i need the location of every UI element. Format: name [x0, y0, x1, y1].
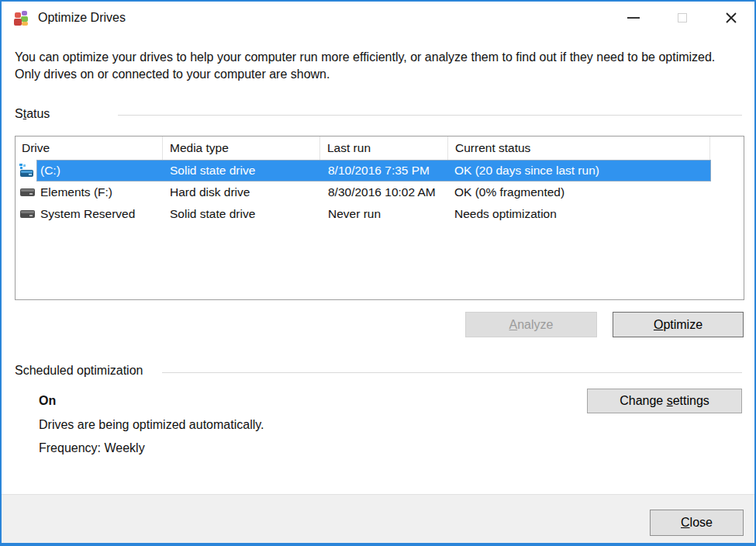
titlebar: Optimize Drives — [2, 2, 754, 36]
minimize-button[interactable] — [616, 2, 651, 34]
cell-current-status: Needs optimization — [448, 207, 710, 221]
analyze-button[interactable]: Analyze — [465, 312, 597, 337]
description-text: You can optimize your drives to help you… — [15, 49, 719, 82]
optimize-drives-dialog: Optimize Drives You can optimize your dr… — [0, 0, 756, 546]
hard-drive-icon — [16, 203, 37, 225]
close-window-button[interactable] — [713, 2, 749, 34]
column-header-drive[interactable]: Drive — [16, 136, 163, 160]
scheduled-description: Drives are being optimized automatically… — [39, 418, 264, 432]
column-header-current-status[interactable]: Current status — [448, 136, 710, 160]
drives-table-header: Drive Media type Last run Current status — [16, 136, 744, 160]
cell-media-type: Solid state drive — [163, 207, 320, 221]
cell-last-run: 8/10/2016 7:35 PM — [320, 164, 448, 178]
minimize-icon — [627, 17, 640, 19]
table-row-system-reserved[interactable]: System Reserved Solid state drive Never … — [16, 203, 744, 225]
scheduled-frequency: Frequency: Weekly — [39, 441, 145, 455]
table-row-elements-f[interactable]: Elements (F:) Hard disk drive 8/30/2016 … — [16, 181, 744, 203]
optimize-drive-icon — [16, 160, 37, 181]
window-title: Optimize Drives — [38, 11, 126, 25]
cell-last-run: 8/30/2016 10:02 AM — [320, 185, 448, 199]
cell-current-status: OK (20 days since last run) — [448, 164, 710, 178]
scheduled-separator — [162, 372, 742, 373]
close-button[interactable]: Close — [650, 510, 744, 536]
status-section-label: Status — [15, 107, 50, 121]
column-header-blank — [710, 136, 744, 160]
close-icon — [725, 12, 737, 24]
optimize-button[interactable]: Optimize — [613, 312, 744, 337]
cell-drive: Elements (F:) — [37, 185, 163, 199]
maximize-button — [665, 2, 700, 34]
cell-drive: System Reserved — [37, 207, 163, 221]
drives-table: Drive Media type Last run Current status… — [15, 136, 744, 300]
cell-current-status: OK (0% fragmented) — [448, 185, 710, 199]
column-header-last-run[interactable]: Last run — [320, 136, 448, 160]
table-row-drive-c[interactable]: (C:) Solid state drive 8/10/2016 7:35 PM… — [16, 160, 744, 181]
cell-media-type: Hard disk drive — [163, 185, 320, 199]
status-separator — [118, 115, 742, 116]
cell-media-type: Solid state drive — [163, 164, 320, 178]
scheduled-optimization-label: Scheduled optimization — [15, 364, 143, 378]
change-settings-button[interactable]: Change settings — [587, 389, 742, 413]
dialog-footer — [2, 494, 754, 543]
defrag-app-icon — [13, 10, 30, 27]
column-header-media-type[interactable]: Media type — [163, 136, 320, 160]
cell-last-run: Never run — [320, 207, 448, 221]
maximize-icon — [678, 13, 687, 22]
cell-drive: (C:) — [37, 164, 163, 178]
hard-drive-icon — [16, 181, 37, 203]
scheduled-state: On — [39, 394, 56, 408]
